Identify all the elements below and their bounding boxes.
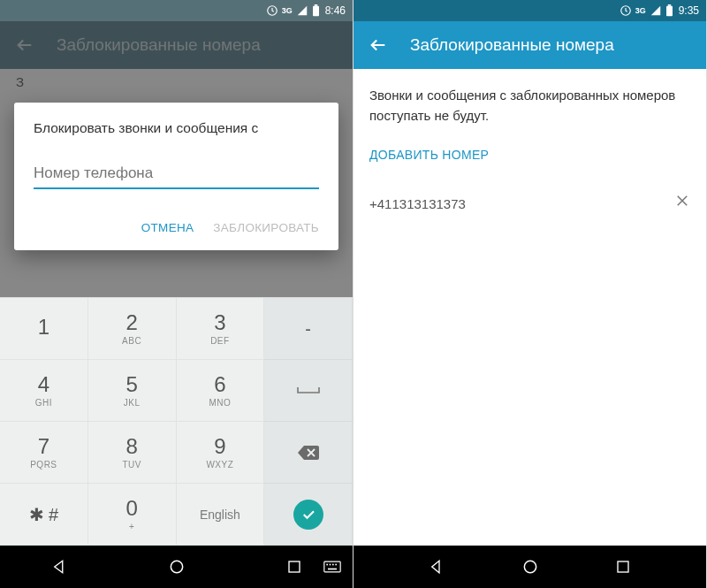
svg-rect-1 <box>313 6 319 16</box>
key-space[interactable] <box>264 360 353 422</box>
nav-home-icon[interactable] <box>521 557 540 577</box>
app-bar: Заблокированные номера <box>354 21 706 69</box>
nav-recent-icon[interactable] <box>285 557 304 577</box>
sync-icon <box>620 4 632 17</box>
content-area: Звонки и сообщения с заблокированных ном… <box>354 69 706 588</box>
close-icon <box>674 193 690 209</box>
blocked-number: +411313131373 <box>369 194 466 214</box>
page-title: Заблокированные номера <box>410 35 614 55</box>
nav-bar <box>0 546 353 588</box>
key-backspace[interactable] <box>264 422 353 484</box>
check-icon <box>293 500 323 530</box>
nav-home-icon[interactable] <box>167 557 186 577</box>
key-8[interactable]: 8TUV <box>88 422 177 484</box>
nav-recent-icon[interactable] <box>613 557 633 577</box>
key-1[interactable]: 1 <box>0 298 88 360</box>
signal-icon <box>650 4 662 17</box>
svg-rect-6 <box>326 564 328 566</box>
signal-icon <box>296 4 308 17</box>
key-6[interactable]: 6MNO <box>177 360 265 422</box>
phone-left: 3G 8:46 Заблокированные номера З н Д Бло… <box>0 0 354 588</box>
blocked-number-row: +411313131373 <box>369 193 690 214</box>
cancel-button[interactable]: ОТМЕНА <box>141 221 194 234</box>
network-icon: 3G <box>635 6 646 15</box>
status-bar: 3G 8:46 <box>0 0 353 21</box>
space-icon <box>296 386 321 396</box>
nav-back-icon[interactable] <box>49 557 69 577</box>
key-language[interactable]: English <box>177 484 265 546</box>
svg-point-3 <box>171 561 182 572</box>
back-icon[interactable] <box>368 34 389 56</box>
remove-number-button[interactable] <box>674 193 690 214</box>
svg-rect-13 <box>667 4 671 6</box>
phone-right: 3G 9:35 Заблокированные номера Звонки и … <box>354 0 707 588</box>
numeric-keypad: 1 2ABC 3DEF - 4GHI 5JKL 6MNO 7PQRS 8TUV … <box>0 297 353 546</box>
key-7[interactable]: 7PQRS <box>0 422 88 484</box>
description-text: Звонки и сообщения с заблокированных ном… <box>369 85 690 126</box>
key-2[interactable]: 2ABC <box>88 298 177 360</box>
key-symbols[interactable]: ✱ # <box>0 484 88 546</box>
nav-bar <box>354 546 706 588</box>
svg-rect-15 <box>618 561 628 572</box>
sync-icon <box>266 4 278 17</box>
clock: 8:46 <box>325 4 346 17</box>
svg-rect-4 <box>289 561 300 572</box>
add-number-button[interactable]: ДОБАВИТЬ НОМЕР <box>369 146 690 165</box>
block-number-dialog: Блокировать звонки и сообщения с ОТМЕНА … <box>14 103 338 250</box>
clock: 9:35 <box>679 4 699 17</box>
block-button[interactable]: ЗАБЛОКИРОВАТЬ <box>213 221 319 234</box>
svg-point-14 <box>524 561 536 572</box>
keyboard-icon[interactable] <box>323 557 342 577</box>
battery-icon <box>665 4 673 17</box>
nav-back-icon[interactable] <box>427 557 446 577</box>
dialog-title: Блокировать звонки и сообщения с <box>34 120 319 136</box>
key-3[interactable]: 3DEF <box>177 298 265 360</box>
network-icon: 3G <box>282 6 293 15</box>
svg-rect-9 <box>335 564 337 566</box>
key-9[interactable]: 9WXYZ <box>177 422 265 484</box>
key-5[interactable]: 5JKL <box>88 360 177 422</box>
phone-input[interactable] <box>34 161 319 189</box>
battery-icon <box>312 4 320 17</box>
key-dash[interactable]: - <box>264 298 353 360</box>
svg-rect-8 <box>332 564 334 566</box>
svg-rect-12 <box>666 6 673 16</box>
key-4[interactable]: 4GHI <box>0 360 88 422</box>
status-bar: 3G 9:35 <box>354 0 706 21</box>
svg-rect-10 <box>328 569 337 570</box>
backspace-icon <box>297 445 320 461</box>
key-0[interactable]: 0+ <box>88 484 177 546</box>
svg-rect-7 <box>330 564 331 566</box>
key-enter[interactable] <box>264 484 353 546</box>
svg-rect-5 <box>324 561 340 572</box>
svg-rect-2 <box>314 4 317 6</box>
